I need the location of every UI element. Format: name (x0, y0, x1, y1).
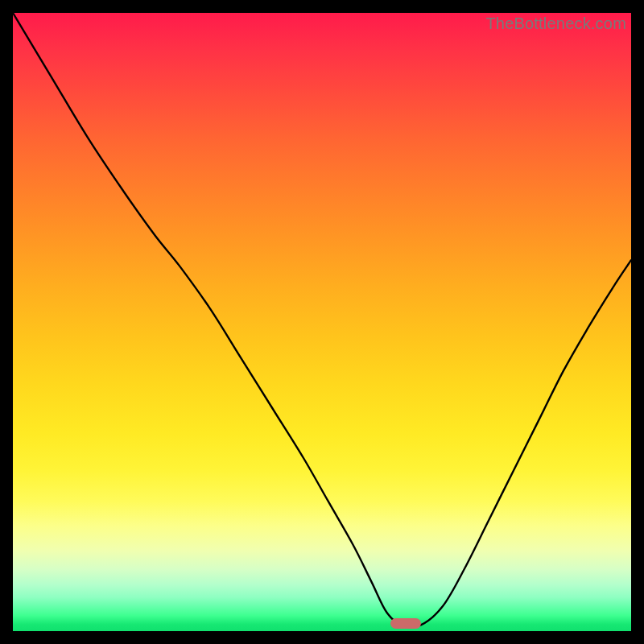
curve-path (13, 13, 631, 627)
plot-area: TheBottleneck.com (13, 13, 631, 631)
optimal-marker (390, 618, 421, 629)
bottleneck-curve (13, 13, 631, 631)
chart-frame: TheBottleneck.com (0, 0, 644, 644)
